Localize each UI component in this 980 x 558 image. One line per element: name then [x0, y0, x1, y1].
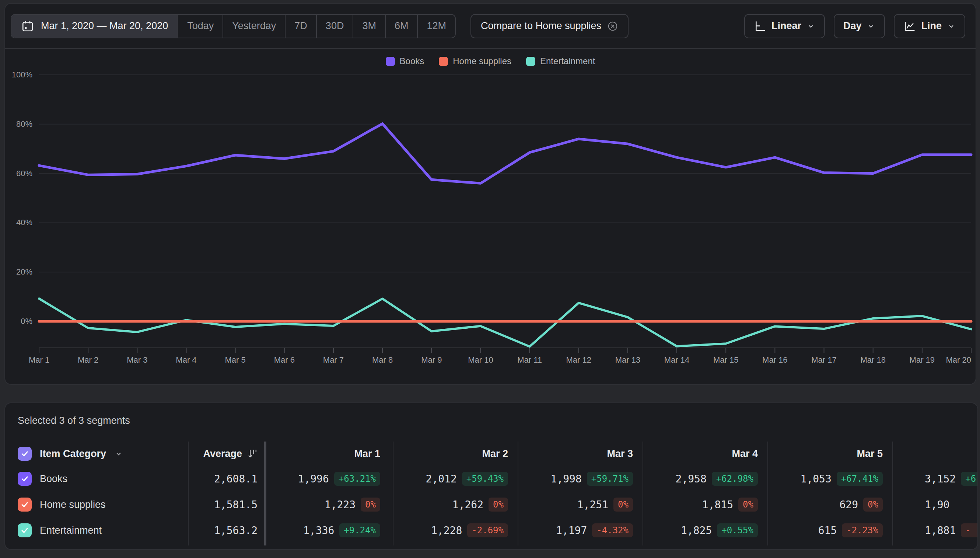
- select-all-checkbox[interactable]: [18, 447, 32, 461]
- table-row-label-books[interactable]: Books: [18, 467, 67, 491]
- table-row-label-home-supplies[interactable]: Home supplies: [18, 492, 106, 517]
- chart-card: Mar 1, 2020 — Mar 20, 2020 TodayYesterda…: [5, 3, 976, 385]
- average-value: 1,581.5: [152, 492, 257, 517]
- table-cell: 2,958+62.98%: [644, 467, 767, 491]
- segment-name: Home supplies: [40, 499, 106, 510]
- column-divider: [188, 441, 188, 545]
- average-value: 2,608.1: [152, 467, 257, 491]
- date-column-header: Mar 3: [519, 445, 642, 463]
- date-header-label: Mar 5: [857, 448, 883, 460]
- change-badge: +59.43%: [462, 472, 508, 486]
- table-cell: 2,012+59.43%: [394, 467, 518, 491]
- item-category-label: Item Category: [40, 448, 106, 460]
- y-axis-label: 60%: [5, 168, 33, 179]
- y-axis-label: 0%: [5, 315, 33, 327]
- cell-value: 615: [818, 524, 837, 537]
- cell-value: 1,881: [925, 524, 956, 537]
- table-cell: 1,825+0.55%: [644, 518, 767, 543]
- cell-value: 1,228: [431, 524, 462, 537]
- table-cell: 1,881-: [894, 518, 978, 543]
- series-line-books[interactable]: [39, 123, 971, 183]
- column-divider: [892, 441, 893, 545]
- change-badge: 0%: [361, 497, 380, 512]
- cell-value: 1,223: [324, 499, 356, 511]
- cell-value: 1,053: [801, 473, 831, 485]
- table-cell: 1,90: [894, 492, 978, 517]
- cell-value: 1,998: [551, 473, 582, 485]
- segments-table-card: Selected 3 of 3 segments Item CategoryAv…: [5, 402, 978, 550]
- line-chart-plot[interactable]: [5, 4, 975, 384]
- table-cell: 1,2510%: [519, 492, 642, 517]
- item-category-header: Item Category: [18, 445, 123, 463]
- chevron-down-icon[interactable]: [114, 449, 123, 458]
- cell-value: 1,251: [577, 499, 608, 511]
- date-header-label: Mar 2: [482, 448, 508, 460]
- date-header-label: Mar 3: [607, 448, 633, 460]
- table-cell: 1,336+9.24%: [266, 518, 390, 543]
- column-divider: [518, 441, 518, 545]
- average-number: 1,581.5: [214, 499, 257, 511]
- segment-name: Entertainment: [40, 525, 102, 536]
- average-number: 2,608.1: [214, 473, 257, 485]
- change-badge: 0%: [738, 497, 758, 512]
- table-cell: 1,053+67.41%: [769, 467, 892, 491]
- average-value: 1,563.2: [152, 518, 257, 543]
- date-header-label: Mar 1: [354, 448, 380, 460]
- change-badge: +67.41%: [837, 472, 883, 486]
- table-cell: 1,8150%: [644, 492, 767, 517]
- segment-name: Books: [40, 473, 67, 485]
- table-cell: 1,998+59.71%: [519, 467, 642, 491]
- date-header-label: Mar 4: [732, 448, 758, 460]
- y-axis-label: 100%: [5, 69, 33, 81]
- cell-value: 2,958: [676, 473, 706, 485]
- date-column-header: Mar 4: [644, 445, 767, 463]
- table-cell: 3,152+6: [894, 467, 978, 491]
- cell-value: 2,012: [426, 473, 457, 485]
- cell-value: 3,152: [925, 473, 956, 485]
- change-badge: +6: [961, 472, 978, 486]
- table-row-label-entertainment[interactable]: Entertainment: [18, 518, 102, 543]
- table-cell: 1,2230%: [266, 492, 390, 517]
- cell-value: 1,197: [556, 524, 587, 537]
- table-cell: 1,996+63.21%: [266, 467, 390, 491]
- cell-value: 1,825: [681, 524, 712, 537]
- change-badge: +62.98%: [712, 472, 758, 486]
- selected-segments-text: Selected 3 of 3 segments: [18, 415, 130, 427]
- change-badge: -4.32%: [592, 524, 633, 537]
- y-axis-label: 80%: [5, 118, 33, 130]
- table-cell: 1,197-4.32%: [519, 518, 642, 543]
- sort-descending-icon[interactable]: [247, 448, 257, 459]
- y-axis-label: 20%: [5, 266, 33, 278]
- cell-value: 629: [840, 499, 859, 511]
- cell-value: 1,815: [702, 499, 733, 511]
- table-cell: 6290%: [769, 492, 892, 517]
- change-badge: 0%: [488, 497, 508, 512]
- table-cell: 1,228-2.69%: [394, 518, 518, 543]
- change-badge: 0%: [613, 497, 633, 512]
- average-number: 1,563.2: [214, 524, 257, 537]
- cell-value: 1,336: [303, 524, 334, 537]
- cell-value: 1,90: [925, 499, 949, 511]
- column-divider: [393, 441, 393, 545]
- y-axis-label: 40%: [5, 217, 33, 228]
- row-checkbox[interactable]: [18, 497, 32, 512]
- average-column-header[interactable]: Average: [152, 445, 257, 463]
- column-divider: [642, 441, 643, 545]
- row-checkbox[interactable]: [18, 524, 32, 537]
- row-checkbox[interactable]: [18, 472, 32, 486]
- table-cell: 615-2.23%: [769, 518, 892, 543]
- change-badge: 0%: [863, 497, 883, 512]
- cell-value: 1,996: [298, 473, 329, 485]
- change-badge: +9.24%: [339, 524, 380, 537]
- column-divider: [767, 441, 768, 545]
- change-badge: -: [961, 524, 978, 537]
- table-cell: 1,2620%: [394, 492, 518, 517]
- change-badge: +59.71%: [587, 472, 633, 486]
- date-column-header: Mar 2: [394, 445, 518, 463]
- change-badge: +0.55%: [717, 524, 758, 537]
- change-badge: -2.69%: [467, 524, 508, 537]
- x-axis-label: Mar 20: [912, 354, 971, 366]
- date-column-header: Mar 5: [769, 445, 892, 463]
- change-badge: +63.21%: [334, 472, 380, 486]
- average-header-label: Average: [203, 448, 242, 460]
